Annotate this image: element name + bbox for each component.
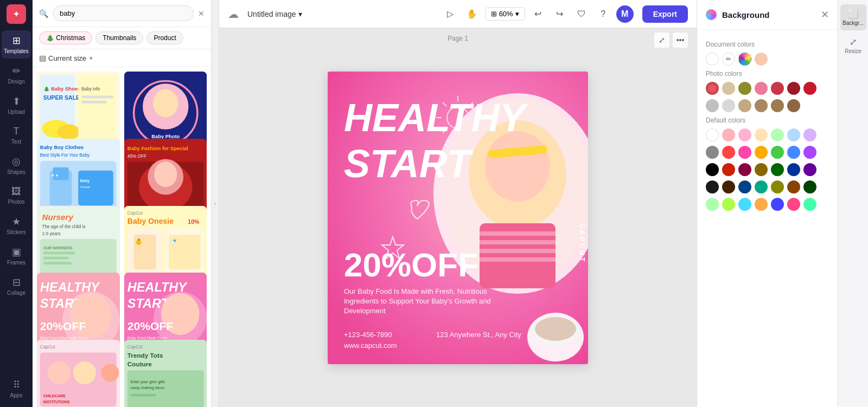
svg-text:10%: 10% xyxy=(188,218,200,224)
default-color-swatch-3-2[interactable] xyxy=(738,180,751,193)
sidebar-item-photos[interactable]: 🖼 Photos xyxy=(2,182,31,209)
default-color-swatch-3-3[interactable] xyxy=(755,180,768,193)
sidebar-item-shapes[interactable]: ◎ Shapes xyxy=(2,151,31,179)
svg-rect-112 xyxy=(480,240,556,244)
panel-collapse-handle[interactable]: › xyxy=(212,0,219,407)
color-swatch-lightgray[interactable] xyxy=(722,99,735,112)
sidebar-item-design[interactable]: ✏ Design xyxy=(2,61,31,89)
sidebar-item-apps[interactable]: ⠿ Apps xyxy=(2,374,31,403)
undo-button[interactable]: ↩ xyxy=(529,5,547,23)
default-color-swatch-2-0[interactable] xyxy=(706,163,719,176)
color-swatch-brown2[interactable] xyxy=(771,99,784,112)
sidebar-item-frames[interactable]: ▣ Frames xyxy=(2,242,31,270)
default-color-swatch-1-3[interactable] xyxy=(755,146,768,159)
color-swatch-peach[interactable] xyxy=(755,53,768,66)
default-color-swatch-2-2[interactable] xyxy=(738,163,751,176)
color-swatch-brown1[interactable] xyxy=(755,99,768,112)
frames-label: Frames xyxy=(7,260,25,266)
bg-panel-close-button[interactable]: ✕ xyxy=(821,9,829,21)
user-avatar[interactable]: M xyxy=(616,5,634,23)
svg-rect-114 xyxy=(480,257,556,262)
svg-point-118 xyxy=(535,317,576,341)
default-color-swatch-4-3[interactable] xyxy=(755,198,768,211)
filter-thumbnails[interactable]: Thumbnails xyxy=(95,31,143,44)
default-color-swatch-3-6[interactable] xyxy=(803,180,816,193)
default-color-swatch-2-6[interactable] xyxy=(803,163,816,176)
default-color-swatch-3-0[interactable] xyxy=(706,180,719,193)
default-color-swatch-3-5[interactable] xyxy=(787,180,800,193)
color-swatch-silver[interactable] xyxy=(706,99,719,112)
sidebar-item-collage[interactable]: ⊟ Collage xyxy=(2,272,31,300)
default-color-swatch-1-4[interactable] xyxy=(771,146,784,159)
color-swatch-olive[interactable] xyxy=(738,82,751,95)
doc-title-text: Untitled image xyxy=(247,10,296,18)
search-clear-button[interactable]: ✕ xyxy=(198,9,205,18)
help-button[interactable]: ? xyxy=(595,5,612,23)
default-color-swatch-1-5[interactable] xyxy=(787,146,800,159)
template-card-childcare[interactable]: CapCut CHILDCARE INSTITUTIONS +1-234-56 … xyxy=(37,340,120,407)
shield-button[interactable]: 🛡 xyxy=(573,5,590,23)
default-color-swatch-0-4[interactable] xyxy=(771,128,784,141)
size-selector[interactable]: ▤ Current size ▾ xyxy=(33,49,211,67)
page-fullscreen-button[interactable]: ⤢ xyxy=(654,33,669,48)
default-color-swatch-4-2[interactable] xyxy=(738,198,751,211)
default-color-swatch-4-1[interactable] xyxy=(722,198,735,211)
default-color-swatch-1-0[interactable] xyxy=(706,146,719,159)
filter-christmas[interactable]: 🎄 Christmas xyxy=(39,31,92,44)
upload-icon: ⬆ xyxy=(12,95,21,107)
default-color-swatch-0-0[interactable] xyxy=(706,128,719,141)
default-colors-row-2 xyxy=(706,163,829,176)
color-swatch-crimson[interactable] xyxy=(803,82,816,95)
color-swatch-red1[interactable] xyxy=(771,82,784,95)
default-color-swatch-3-4[interactable] xyxy=(771,180,784,193)
svg-point-35 xyxy=(154,161,177,187)
page-more-button[interactable]: ••• xyxy=(673,33,688,48)
color-swatch-beige[interactable] xyxy=(722,82,735,95)
color-pencil-button[interactable]: ✏ xyxy=(722,53,735,66)
default-color-swatch-4-0[interactable] xyxy=(706,198,719,211)
default-color-swatch-4-4[interactable] xyxy=(771,198,784,211)
export-button[interactable]: Export xyxy=(642,5,688,23)
default-color-swatch-2-4[interactable] xyxy=(771,163,784,176)
svg-text:Nursery: Nursery xyxy=(42,212,74,221)
sidebar-item-stickers[interactable]: ★ Stickers xyxy=(2,211,31,240)
default-color-swatch-2-5[interactable] xyxy=(787,163,800,176)
filter-product[interactable]: Product xyxy=(146,31,183,44)
color-swatch-floral[interactable] xyxy=(706,82,719,95)
default-color-swatch-4-6[interactable] xyxy=(803,198,816,211)
redo-button[interactable]: ↪ xyxy=(551,5,569,23)
color-swatch-tan[interactable] xyxy=(738,99,751,112)
tab-background[interactable]: ⬜ Backgr... xyxy=(840,4,866,30)
default-color-swatch-0-5[interactable] xyxy=(787,128,800,141)
sidebar-item-upload[interactable]: ⬆ Upload xyxy=(2,91,31,119)
search-bar: 🔍 ✕ xyxy=(33,0,211,27)
default-color-swatch-1-6[interactable] xyxy=(803,146,816,159)
bg-panel-header: Background ✕ xyxy=(697,0,838,30)
doc-title[interactable]: Untitled image ▾ xyxy=(247,10,302,18)
sidebar-item-text[interactable]: T Text xyxy=(2,121,31,149)
color-swatch-white[interactable] xyxy=(706,53,719,66)
default-color-swatch-2-3[interactable] xyxy=(755,163,768,176)
default-color-swatch-1-2[interactable] xyxy=(738,146,751,159)
default-color-swatch-4-5[interactable] xyxy=(787,198,800,211)
default-color-swatch-0-3[interactable] xyxy=(755,128,768,141)
resize-tab-label: Resize xyxy=(845,48,861,54)
color-swatch-pink1[interactable] xyxy=(755,82,768,95)
template-card-trendy-tots[interactable]: CapCut Trendy Tots Couture Enter your gi… xyxy=(124,340,207,407)
default-color-swatch-0-6[interactable] xyxy=(803,128,816,141)
color-swatch-darkbrown[interactable] xyxy=(787,99,800,112)
cursor-tool[interactable]: ▷ xyxy=(442,5,459,23)
default-color-swatch-2-1[interactable] xyxy=(722,163,735,176)
default-color-swatch-1-1[interactable] xyxy=(722,146,735,159)
top-bar: ☁ Untitled image ▾ ▷ ✋ ⊞ 60% ▾ ↩ ↪ 🛡 ? M… xyxy=(219,0,697,28)
color-swatch-darkred[interactable] xyxy=(787,82,800,95)
default-color-swatch-3-1[interactable] xyxy=(722,180,735,193)
default-color-swatch-0-2[interactable] xyxy=(738,128,751,141)
sidebar-item-templates[interactable]: ⊞ Templates xyxy=(2,30,31,59)
search-input[interactable] xyxy=(53,5,194,21)
zoom-control[interactable]: ⊞ 60% ▾ xyxy=(485,7,525,21)
tab-resize[interactable]: ⤢ Resize xyxy=(840,33,866,59)
color-swatch-gradient[interactable] xyxy=(738,53,751,66)
hand-tool[interactable]: ✋ xyxy=(463,5,481,23)
default-color-swatch-0-1[interactable] xyxy=(722,128,735,141)
